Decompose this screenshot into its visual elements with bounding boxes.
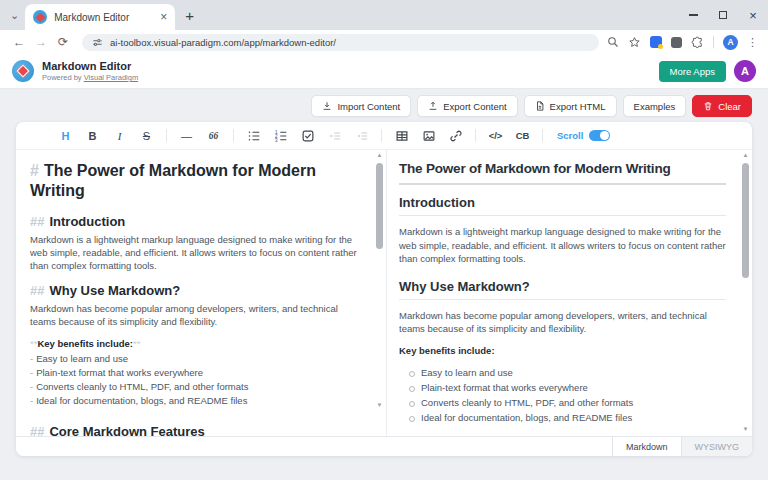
- extensions-puzzle-icon[interactable]: [691, 36, 704, 49]
- md-h2-text: Introduction: [49, 214, 125, 229]
- visual-paradigm-logo-icon: [12, 60, 34, 82]
- document-icon: [535, 101, 545, 111]
- site-favicon-icon: [33, 10, 47, 24]
- scroll-down-icon[interactable]: ▼: [374, 402, 385, 408]
- task-list-icon[interactable]: [294, 130, 321, 142]
- md-heading1-line: #The Power of Markdown for Modern Writin…: [30, 161, 360, 201]
- download-icon: [322, 101, 332, 111]
- import-content-button[interactable]: Import Content: [311, 95, 411, 117]
- forward-icon[interactable]: →: [30, 35, 52, 49]
- toggle-on-icon[interactable]: [589, 130, 610, 141]
- scroll-up-icon[interactable]: ▲: [740, 152, 751, 158]
- md-paragraph: Markdown is a lightweight markup languag…: [30, 233, 360, 272]
- extension-icon[interactable]: [650, 36, 662, 48]
- tab-search-chevron-icon[interactable]: ⌄: [10, 9, 19, 22]
- md-list-item: -Plain-text format that works everywhere: [30, 366, 360, 380]
- zoom-icon[interactable]: [607, 36, 619, 48]
- horizontal-rule-icon[interactable]: —: [173, 130, 200, 142]
- preview-bold-paragraph: Key benefits include:: [399, 344, 726, 358]
- url-text[interactable]: ai-toolbox.visual-paradigm.com/app/markd…: [110, 37, 336, 48]
- italic-icon[interactable]: I: [106, 130, 133, 142]
- user-avatar[interactable]: A: [734, 60, 756, 82]
- code-block-icon[interactable]: CB: [509, 130, 536, 141]
- back-icon[interactable]: ←: [8, 35, 30, 49]
- md-h1-text: The Power of Markdown for Modern Writing: [30, 162, 316, 199]
- list-item: Converts cleanly to HTML, PDF, and other…: [407, 395, 726, 410]
- scroll-sync-toggle[interactable]: Scroll: [557, 130, 610, 141]
- divider: [381, 129, 382, 142]
- divider: [713, 36, 714, 48]
- scrollbar-thumb[interactable]: [376, 163, 383, 249]
- url-bar[interactable]: ai-toolbox.visual-paradigm.com/app/markd…: [82, 34, 599, 51]
- md-h2-text: Why Use Markdown?: [49, 283, 180, 298]
- extension-icon[interactable]: [671, 37, 682, 48]
- clear-button[interactable]: Clear: [692, 95, 752, 117]
- tab-markdown[interactable]: Markdown: [612, 437, 681, 456]
- divider: [233, 129, 234, 142]
- h1-token: #: [30, 162, 39, 179]
- divider: [475, 129, 476, 142]
- window-close-button[interactable]: ×: [738, 0, 768, 30]
- md-list-text: Easy to learn and use: [36, 353, 128, 364]
- h2-token: ##: [30, 424, 44, 436]
- indent-icon[interactable]: [321, 130, 348, 142]
- browser-menu-icon[interactable]: ⋮: [747, 36, 758, 49]
- list-item: Plain-text format that works everywhere: [407, 380, 726, 395]
- export-content-button[interactable]: Export Content: [417, 95, 517, 117]
- examples-button[interactable]: Examples: [623, 95, 687, 117]
- md-list-item: -Ideal for documentation, blogs, and REA…: [30, 394, 360, 408]
- scroll-down-icon[interactable]: ▼: [740, 426, 751, 432]
- bold-icon[interactable]: B: [79, 130, 106, 142]
- ordered-list-icon[interactable]: 123: [267, 130, 294, 142]
- page-title: Markdown Editor: [42, 60, 138, 72]
- bookmark-star-icon[interactable]: [628, 36, 641, 49]
- md-heading2-line: ##Why Use Markdown?: [30, 283, 360, 298]
- md-heading2-line: ##Core Markdown Features: [30, 424, 360, 436]
- md-list-item: -Easy to learn and use: [30, 352, 360, 366]
- window-minimize-button[interactable]: [678, 0, 708, 30]
- divider: [166, 129, 167, 142]
- scrollbar-thumb[interactable]: [742, 163, 749, 278]
- inline-code-icon[interactable]: </>: [482, 130, 509, 141]
- window-controls: ×: [678, 0, 768, 30]
- source-scrollbar[interactable]: ▲ ▼: [374, 152, 385, 408]
- h2-token: ##: [30, 283, 44, 298]
- dash-token: -: [30, 367, 33, 378]
- outdent-icon[interactable]: [348, 130, 375, 142]
- browser-tab[interactable]: Markdown Editor ×: [25, 4, 175, 30]
- browser-profile-avatar[interactable]: A: [723, 35, 738, 50]
- tab-close-icon[interactable]: ×: [160, 11, 167, 23]
- site-info-icon[interactable]: [92, 37, 103, 48]
- markdown-source-content[interactable]: #The Power of Markdown for Modern Writin…: [16, 150, 386, 436]
- scroll-up-icon[interactable]: ▲: [374, 152, 385, 158]
- new-tab-button[interactable]: +: [185, 8, 194, 23]
- md-bold-line: **Key benefits include:**: [30, 337, 360, 350]
- md-list-text: Converts cleanly to HTML, PDF, and other…: [36, 381, 248, 392]
- h2-token: ##: [30, 214, 44, 229]
- button-label: Export HTML: [550, 101, 606, 112]
- image-icon[interactable]: [415, 130, 442, 142]
- strikethrough-icon[interactable]: S: [133, 130, 160, 142]
- markdown-source-pane[interactable]: #The Power of Markdown for Modern Writin…: [16, 150, 387, 436]
- more-apps-button[interactable]: More Apps: [659, 61, 726, 82]
- reload-icon[interactable]: ⟳: [52, 35, 74, 49]
- button-label: Clear: [718, 101, 741, 112]
- tab-wysiwyg[interactable]: WYSIWYG: [681, 437, 753, 456]
- action-buttons-row: Import Content Export Content Export HTM…: [311, 95, 752, 117]
- visual-paradigm-link[interactable]: Visual Paradigm: [84, 73, 138, 82]
- unordered-list-icon[interactable]: [240, 130, 267, 142]
- window-maximize-button[interactable]: [708, 0, 738, 30]
- list-item: Easy to learn and use: [407, 365, 726, 380]
- link-icon[interactable]: [442, 130, 469, 142]
- md-paragraph: Markdown has become popular among develo…: [30, 302, 360, 328]
- preview-benefits-list: Easy to learn and use Plain-text format …: [407, 365, 726, 425]
- bold-token: **: [133, 338, 140, 349]
- heading-icon[interactable]: H: [52, 130, 79, 142]
- preview-scrollbar[interactable]: ▲ ▼: [740, 152, 751, 432]
- export-html-button[interactable]: Export HTML: [524, 95, 617, 117]
- preview-h1: The Power of Markdown for Modern Writing: [399, 161, 726, 185]
- app-header: Markdown Editor Powered by Visual Paradi…: [0, 54, 768, 89]
- blockquote-icon[interactable]: 66: [200, 131, 227, 141]
- table-icon[interactable]: [388, 130, 415, 142]
- preview-paragraph: Markdown is a lightweight markup languag…: [399, 225, 726, 266]
